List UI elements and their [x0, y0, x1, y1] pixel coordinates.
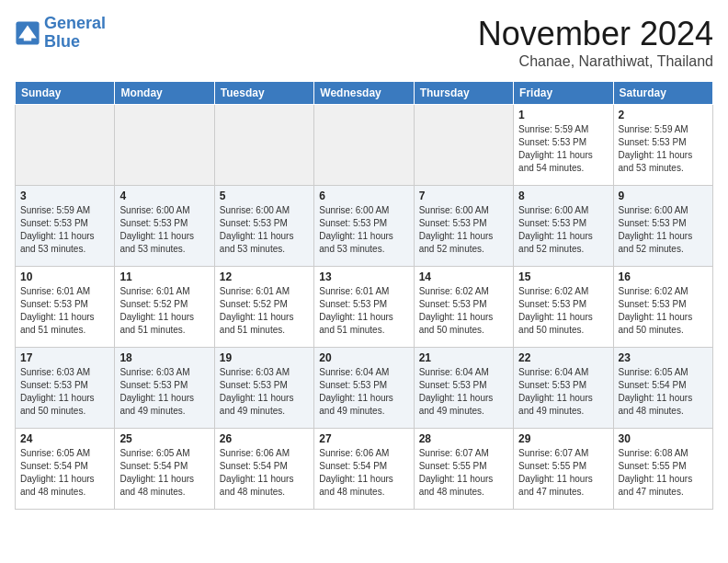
logo: General Blue — [15, 15, 106, 52]
day-number: 14 — [419, 270, 508, 283]
day-info: Sunrise: 6:02 AM Sunset: 5:53 PM Dayligh… — [419, 285, 508, 337]
day-number: 19 — [220, 351, 309, 364]
calendar-body: 1Sunrise: 5:59 AM Sunset: 5:53 PM Daylig… — [16, 105, 713, 510]
calendar-cell: 7Sunrise: 6:00 AM Sunset: 5:53 PM Daylig… — [414, 186, 513, 267]
calendar-cell: 26Sunrise: 6:06 AM Sunset: 5:54 PM Dayli… — [214, 429, 313, 510]
calendar-week-row: 3Sunrise: 5:59 AM Sunset: 5:53 PM Daylig… — [16, 186, 713, 267]
calendar-header-cell: Monday — [115, 82, 214, 105]
day-number: 30 — [619, 432, 708, 445]
calendar-cell: 17Sunrise: 6:03 AM Sunset: 5:53 PM Dayli… — [16, 348, 115, 429]
calendar-cell — [214, 105, 313, 186]
day-number: 18 — [119, 351, 209, 364]
day-number: 13 — [319, 270, 408, 283]
day-info: Sunrise: 6:01 AM Sunset: 5:52 PM Dayligh… — [119, 285, 209, 337]
calendar-cell: 1Sunrise: 5:59 AM Sunset: 5:53 PM Daylig… — [514, 105, 613, 186]
day-number: 28 — [419, 432, 508, 445]
day-number: 3 — [20, 190, 109, 202]
calendar-cell — [414, 105, 513, 186]
logo-text: General Blue — [44, 15, 106, 52]
location: Chanae, Narathiwat, Thailand — [478, 53, 713, 70]
day-info: Sunrise: 6:00 AM Sunset: 5:53 PM Dayligh… — [319, 204, 408, 256]
day-number: 21 — [419, 351, 508, 364]
day-info: Sunrise: 6:01 AM Sunset: 5:53 PM Dayligh… — [20, 285, 109, 337]
day-info: Sunrise: 6:05 AM Sunset: 5:54 PM Dayligh… — [20, 447, 109, 499]
page-header: General Blue November 2024 Chanae, Narat… — [15, 15, 713, 70]
day-number: 22 — [518, 351, 608, 364]
day-info: Sunrise: 6:00 AM Sunset: 5:53 PM Dayligh… — [119, 204, 209, 256]
day-info: Sunrise: 5:59 AM Sunset: 5:53 PM Dayligh… — [518, 123, 608, 175]
day-info: Sunrise: 6:05 AM Sunset: 5:54 PM Dayligh… — [619, 366, 708, 418]
calendar-week-row: 17Sunrise: 6:03 AM Sunset: 5:53 PM Dayli… — [16, 348, 713, 429]
calendar-cell: 21Sunrise: 6:04 AM Sunset: 5:53 PM Dayli… — [414, 348, 513, 429]
day-info: Sunrise: 6:07 AM Sunset: 5:55 PM Dayligh… — [419, 447, 508, 499]
day-number: 15 — [518, 270, 608, 283]
day-info: Sunrise: 6:04 AM Sunset: 5:53 PM Dayligh… — [518, 366, 608, 418]
calendar-cell: 8Sunrise: 6:00 AM Sunset: 5:53 PM Daylig… — [514, 186, 613, 267]
day-number: 4 — [119, 190, 209, 202]
day-info: Sunrise: 6:06 AM Sunset: 5:54 PM Dayligh… — [220, 447, 309, 499]
day-number: 16 — [619, 270, 708, 283]
day-number: 23 — [619, 351, 708, 364]
day-number: 8 — [518, 190, 608, 202]
day-info: Sunrise: 6:06 AM Sunset: 5:54 PM Dayligh… — [319, 447, 408, 499]
calendar-header-row: SundayMondayTuesdayWednesdayThursdayFrid… — [16, 82, 713, 105]
day-info: Sunrise: 6:07 AM Sunset: 5:55 PM Dayligh… — [518, 447, 608, 499]
day-number: 20 — [319, 351, 408, 364]
day-number: 2 — [619, 109, 708, 121]
calendar-week-row: 1Sunrise: 5:59 AM Sunset: 5:53 PM Daylig… — [16, 105, 713, 186]
logo-icon — [15, 20, 40, 46]
day-number: 11 — [119, 270, 209, 283]
day-info: Sunrise: 6:05 AM Sunset: 5:54 PM Dayligh… — [119, 447, 209, 499]
calendar-cell — [16, 105, 115, 186]
day-number: 5 — [220, 190, 309, 202]
day-info: Sunrise: 6:01 AM Sunset: 5:53 PM Dayligh… — [319, 285, 408, 337]
calendar: SundayMondayTuesdayWednesdayThursdayFrid… — [15, 81, 713, 510]
calendar-cell: 15Sunrise: 6:02 AM Sunset: 5:53 PM Dayli… — [514, 267, 613, 348]
calendar-cell: 18Sunrise: 6:03 AM Sunset: 5:53 PM Dayli… — [115, 348, 214, 429]
calendar-cell: 11Sunrise: 6:01 AM Sunset: 5:52 PM Dayli… — [115, 267, 214, 348]
day-info: Sunrise: 5:59 AM Sunset: 5:53 PM Dayligh… — [619, 123, 708, 175]
day-info: Sunrise: 6:03 AM Sunset: 5:53 PM Dayligh… — [220, 366, 309, 418]
calendar-header-cell: Thursday — [414, 82, 513, 105]
calendar-header-cell: Saturday — [613, 82, 712, 105]
logo-line1: General — [44, 14, 106, 32]
calendar-cell: 16Sunrise: 6:02 AM Sunset: 5:53 PM Dayli… — [613, 267, 712, 348]
day-number: 10 — [20, 270, 109, 283]
calendar-cell: 30Sunrise: 6:08 AM Sunset: 5:55 PM Dayli… — [613, 429, 712, 510]
day-number: 26 — [220, 432, 309, 445]
day-info: Sunrise: 6:08 AM Sunset: 5:55 PM Dayligh… — [619, 447, 708, 499]
day-info: Sunrise: 6:02 AM Sunset: 5:53 PM Dayligh… — [619, 285, 708, 337]
calendar-week-row: 24Sunrise: 6:05 AM Sunset: 5:54 PM Dayli… — [16, 429, 713, 510]
calendar-header-cell: Wednesday — [314, 82, 414, 105]
calendar-cell: 13Sunrise: 6:01 AM Sunset: 5:53 PM Dayli… — [314, 267, 414, 348]
calendar-cell: 4Sunrise: 6:00 AM Sunset: 5:53 PM Daylig… — [115, 186, 214, 267]
month-title: November 2024 — [478, 15, 713, 53]
calendar-cell: 5Sunrise: 6:00 AM Sunset: 5:53 PM Daylig… — [214, 186, 313, 267]
day-number: 25 — [119, 432, 209, 445]
calendar-header: SundayMondayTuesdayWednesdayThursdayFrid… — [16, 82, 713, 105]
day-info: Sunrise: 6:00 AM Sunset: 5:53 PM Dayligh… — [220, 204, 309, 256]
calendar-cell — [115, 105, 214, 186]
calendar-cell: 14Sunrise: 6:02 AM Sunset: 5:53 PM Dayli… — [414, 267, 513, 348]
day-number: 24 — [20, 432, 109, 445]
day-number: 27 — [319, 432, 408, 445]
day-info: Sunrise: 6:04 AM Sunset: 5:53 PM Dayligh… — [419, 366, 508, 418]
day-number: 9 — [619, 190, 708, 202]
day-info: Sunrise: 5:59 AM Sunset: 5:53 PM Dayligh… — [20, 204, 109, 256]
calendar-cell: 9Sunrise: 6:00 AM Sunset: 5:53 PM Daylig… — [613, 186, 712, 267]
calendar-cell: 22Sunrise: 6:04 AM Sunset: 5:53 PM Dayli… — [514, 348, 613, 429]
day-number: 1 — [518, 109, 608, 121]
calendar-cell: 24Sunrise: 6:05 AM Sunset: 5:54 PM Dayli… — [16, 429, 115, 510]
calendar-cell: 28Sunrise: 6:07 AM Sunset: 5:55 PM Dayli… — [414, 429, 513, 510]
calendar-cell: 29Sunrise: 6:07 AM Sunset: 5:55 PM Dayli… — [514, 429, 613, 510]
day-info: Sunrise: 6:03 AM Sunset: 5:53 PM Dayligh… — [119, 366, 209, 418]
calendar-header-cell: Tuesday — [214, 82, 313, 105]
calendar-cell: 19Sunrise: 6:03 AM Sunset: 5:53 PM Dayli… — [214, 348, 313, 429]
day-info: Sunrise: 6:00 AM Sunset: 5:53 PM Dayligh… — [419, 204, 508, 256]
calendar-cell — [314, 105, 414, 186]
day-info: Sunrise: 6:01 AM Sunset: 5:52 PM Dayligh… — [220, 285, 309, 337]
calendar-cell: 20Sunrise: 6:04 AM Sunset: 5:53 PM Dayli… — [314, 348, 414, 429]
calendar-cell: 12Sunrise: 6:01 AM Sunset: 5:52 PM Dayli… — [214, 267, 313, 348]
day-number: 12 — [220, 270, 309, 283]
calendar-cell: 6Sunrise: 6:00 AM Sunset: 5:53 PM Daylig… — [314, 186, 414, 267]
